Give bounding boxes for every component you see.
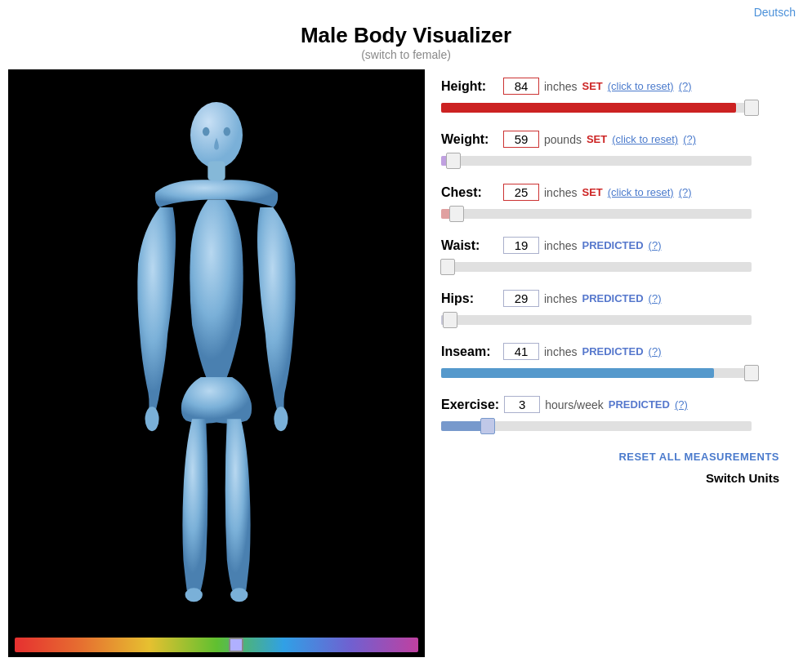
- chest-slider-track[interactable]: [441, 209, 752, 219]
- weight-slider-container[interactable]: [441, 153, 787, 169]
- height-help-link[interactable]: (?): [679, 80, 692, 92]
- exercise-help-link[interactable]: (?): [675, 398, 688, 411]
- exercise-unit: hours/week: [545, 398, 604, 411]
- main-layout: Height: inches SET (click to reset) (?) …: [0, 69, 812, 657]
- inseam-input[interactable]: [503, 343, 539, 360]
- chest-status: SET: [582, 186, 602, 198]
- weight-unit: pounds: [544, 133, 582, 146]
- height-input[interactable]: [503, 78, 539, 95]
- height-reset-link[interactable]: (click to reset): [608, 80, 674, 92]
- color-thumb[interactable]: [229, 638, 243, 652]
- hips-slider-thumb[interactable]: [443, 312, 457, 328]
- chest-row: Chest: inches SET (click to reset) (?): [441, 184, 787, 222]
- weight-reset-link[interactable]: (click to reset): [612, 133, 678, 145]
- hips-unit: inches: [544, 292, 577, 305]
- chest-slider-thumb[interactable]: [449, 206, 464, 222]
- page-title: Male Body Visualizer: [0, 23, 812, 48]
- height-slider-track[interactable]: [441, 103, 752, 113]
- exercise-input[interactable]: [504, 396, 540, 413]
- switch-gender-link[interactable]: (switch to female): [361, 48, 451, 61]
- body-figure: [8, 69, 425, 633]
- chest-input[interactable]: [503, 184, 539, 201]
- inseam-label: Inseam:: [441, 344, 498, 359]
- waist-label: Waist:: [441, 238, 498, 253]
- chest-help-link[interactable]: (?): [679, 186, 692, 198]
- inseam-slider-fill: [441, 368, 714, 378]
- exercise-slider-thumb[interactable]: [480, 418, 495, 434]
- exercise-label: Exercise:: [441, 398, 499, 412]
- inseam-unit: inches: [544, 345, 577, 358]
- weight-help-link[interactable]: (?): [683, 133, 696, 145]
- svg-rect-1: [207, 161, 225, 180]
- waist-slider-thumb[interactable]: [440, 259, 455, 275]
- chest-unit: inches: [544, 186, 577, 199]
- body-svg: [102, 90, 331, 612]
- body-visualizer: [8, 69, 425, 657]
- height-unit: inches: [544, 80, 577, 93]
- svg-point-5: [230, 588, 248, 602]
- exercise-row: Exercise: hours/week PREDICTED (?): [441, 396, 787, 434]
- color-gradient: [15, 638, 418, 652]
- inseam-row: Inseam: inches PREDICTED (?): [441, 343, 787, 381]
- height-label: Height:: [441, 79, 498, 94]
- waist-row: Waist: inches PREDICTED (?): [441, 237, 787, 275]
- language-link[interactable]: Deutsch: [754, 6, 796, 19]
- height-slider-thumb[interactable]: [744, 100, 759, 116]
- hips-row: Hips: inches PREDICTED (?): [441, 290, 787, 328]
- waist-slider-container[interactable]: [441, 259, 787, 275]
- weight-slider-thumb[interactable]: [446, 153, 461, 169]
- exercise-slider-container[interactable]: [441, 418, 787, 434]
- exercise-status: PREDICTED: [609, 398, 670, 411]
- height-slider-container[interactable]: [441, 100, 787, 116]
- height-status: SET: [582, 80, 602, 92]
- weight-label: Weight:: [441, 132, 498, 147]
- svg-point-0: [190, 102, 243, 168]
- height-slider-fill: [441, 103, 736, 113]
- svg-point-7: [224, 127, 231, 136]
- hips-help-link[interactable]: (?): [649, 292, 662, 304]
- waist-slider-track[interactable]: [441, 262, 752, 272]
- page-title-section: Male Body Visualizer (switch to female): [0, 23, 812, 61]
- chest-label: Chest:: [441, 185, 498, 200]
- svg-point-2: [145, 407, 159, 431]
- hips-status: PREDICTED: [582, 292, 643, 304]
- svg-point-6: [203, 127, 210, 136]
- reset-all-button[interactable]: RESET ALL MEASUREMENTS: [441, 451, 779, 463]
- weight-row: Weight: pounds SET (click to reset) (?): [441, 131, 787, 169]
- svg-point-4: [185, 588, 203, 602]
- hips-label: Hips:: [441, 291, 498, 306]
- color-bar[interactable]: [8, 633, 425, 657]
- inseam-help-link[interactable]: (?): [649, 345, 662, 358]
- weight-input[interactable]: [503, 131, 539, 148]
- chest-slider-container[interactable]: [441, 206, 787, 222]
- hips-input[interactable]: [503, 290, 539, 307]
- waist-status: PREDICTED: [582, 239, 643, 251]
- hips-slider-track[interactable]: [441, 315, 752, 325]
- inseam-slider-track[interactable]: [441, 368, 752, 378]
- weight-status: SET: [587, 133, 607, 145]
- weight-slider-track[interactable]: [441, 156, 752, 166]
- hips-slider-container[interactable]: [441, 312, 787, 328]
- bottom-actions: RESET ALL MEASUREMENTS Switch Units: [441, 451, 787, 485]
- controls-panel: Height: inches SET (click to reset) (?) …: [425, 69, 804, 657]
- inseam-status: PREDICTED: [582, 345, 643, 358]
- inseam-slider-thumb[interactable]: [744, 365, 759, 381]
- exercise-slider-track[interactable]: [441, 421, 752, 431]
- waist-input[interactable]: [503, 237, 539, 254]
- inseam-slider-container[interactable]: [441, 365, 787, 381]
- waist-unit: inches: [544, 239, 577, 252]
- svg-point-3: [274, 407, 288, 431]
- height-row: Height: inches SET (click to reset) (?): [441, 78, 787, 116]
- waist-help-link[interactable]: (?): [649, 239, 662, 251]
- chest-reset-link[interactable]: (click to reset): [608, 186, 674, 198]
- switch-units-button[interactable]: Switch Units: [441, 471, 779, 485]
